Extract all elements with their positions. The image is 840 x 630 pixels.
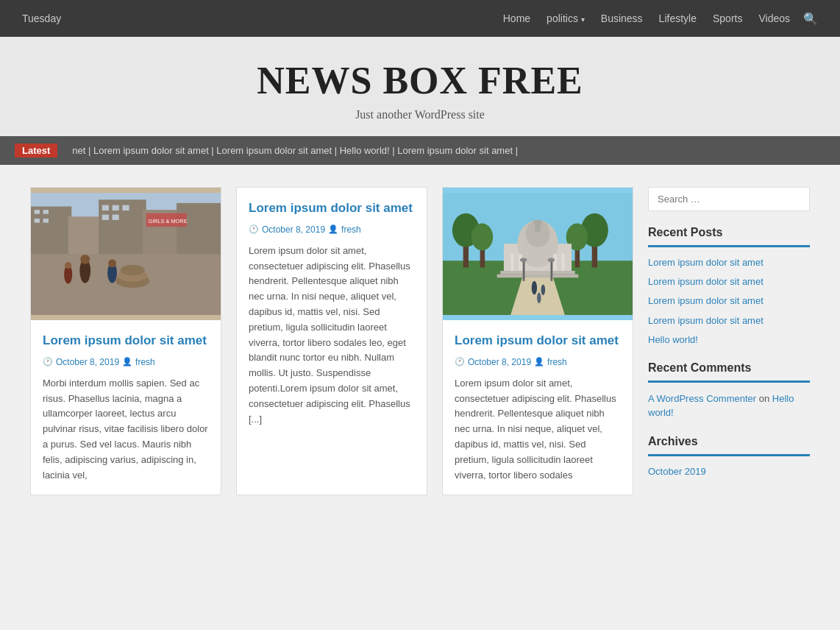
svg-rect-56 [551,261,553,281]
article-title-2[interactable]: Lorem ipsum dolor sit amet [249,199,415,217]
top-nav: Tuesday Home politics ▾ Business Lifesty… [0,0,840,37]
recent-post-3[interactable]: Lorem ipsum dolor sit amet [648,294,810,308]
svg-rect-45 [510,254,514,271]
svg-rect-49 [500,271,574,275]
svg-rect-47 [553,254,557,271]
svg-rect-4 [68,216,102,254]
archives-section: Archives October 2019 [648,435,810,478]
commenter-on: on [759,393,772,404]
article-author-3: fresh [547,357,567,367]
recent-posts-section: Recent Posts Lorem ipsum dolor sit amet … [648,226,810,347]
svg-rect-15 [102,215,109,220]
article-excerpt-2: Lorem ipsum dolor sit amet, consectetuer… [249,244,415,428]
recent-comments-section: Recent Comments A WordPress Commenter on… [648,361,810,420]
article-card-1-body: Lorem ipsum dolor sit amet 🕐 October 8, … [31,320,221,495]
svg-rect-54 [523,261,525,281]
article-title-1[interactable]: Lorem ipsum dolor sit amet [43,332,209,350]
recent-post-4[interactable]: Lorem ipsum dolor sit amet [648,314,810,328]
ticker-bar: Latest net | Lorem ipsum dolor sit amet … [0,136,840,165]
svg-rect-13 [113,205,119,210]
article-card-2-body: Lorem ipsum dolor sit amet 🕐 October 8, … [237,188,427,439]
article-image-3 [443,188,633,320]
svg-point-55 [520,258,527,263]
nav-videos[interactable]: Videos [752,10,796,27]
svg-point-51 [532,281,537,294]
article-excerpt-3: Lorem ipsum dolor sit amet, consectetuer… [455,376,621,484]
article-card-3: Lorem ipsum dolor sit amet 🕐 October 8, … [442,187,633,495]
politics-dropdown-arrow: ▾ [581,15,585,24]
recent-post-2[interactable]: Lorem ipsum dolor sit amet [648,275,810,289]
clock-icon-2: 🕐 [249,224,259,234]
ticker-content: net | Lorem ipsum dolor sit amet | Lorem… [72,145,518,156]
nav-sports[interactable]: Sports [707,10,748,27]
svg-rect-46 [519,254,522,271]
svg-rect-10 [35,219,40,223]
commenter-name[interactable]: A WordPress Commenter [648,393,756,404]
svg-rect-7 [177,203,221,254]
user-icon-2: 👤 [328,224,338,234]
comment-1: A WordPress Commenter on Hello world! [648,392,810,420]
nav-home[interactable]: Home [497,10,536,27]
article-author-2: fresh [341,224,361,235]
ticker-label: Latest [15,144,57,158]
clock-icon-1: 🕐 [43,357,53,367]
svg-text:GIRLS & MORE: GIRLS & MORE [148,218,187,224]
nav-politics[interactable]: politics ▾ [541,10,591,27]
article-meta-2: 🕐 October 8, 2019 👤 fresh [249,224,415,235]
search-icon[interactable]: 🔍 [803,12,818,26]
article-date-3: October 8, 2019 [468,357,531,367]
article-date-1: October 8, 2019 [56,357,119,367]
recent-posts-title: Recent Posts [648,226,810,247]
svg-rect-50 [497,275,579,278]
svg-rect-44 [533,220,541,224]
svg-rect-8 [35,210,40,214]
article-card-2: Lorem ipsum dolor sit amet 🕐 October 8, … [236,187,427,495]
svg-point-52 [541,284,546,295]
article-meta-3: 🕐 October 8, 2019 👤 fresh [455,357,621,367]
recent-post-1[interactable]: Lorem ipsum dolor sit amet [648,256,810,269]
clock-icon-3: 🕐 [455,357,465,367]
site-title: NEWS BOX FREE [15,59,825,102]
svg-rect-11 [43,219,49,223]
nav-business[interactable]: Business [595,10,649,27]
article-meta-1: 🕐 October 8, 2019 👤 fresh [43,357,209,367]
svg-point-57 [548,258,555,263]
user-icon-3: 👤 [534,357,544,367]
svg-rect-16 [113,215,119,220]
archive-oct-2019[interactable]: October 2019 [648,465,810,478]
sidebar: Recent Posts Lorem ipsum dolor sit amet … [648,187,810,495]
nav-links: Home politics ▾ Business Lifestyle Sport… [497,12,796,25]
nav-lifestyle[interactable]: Lifestyle [653,10,702,27]
site-tagline: Just another WordPress site [15,108,825,121]
svg-point-53 [537,293,541,304]
recent-comments-title: Recent Comments [648,361,810,383]
search-input[interactable] [648,187,810,211]
articles-area: GIRLS & MORE Lorem ipsum dolor sit amet … [30,187,633,495]
article-date-2: October 8, 2019 [262,224,325,235]
main-container: GIRLS & MORE Lorem ipsum dolor sit amet … [15,187,825,495]
article-excerpt-1: Morbi interdum mollis sapien. Sed ac ris… [43,376,209,484]
svg-point-20 [108,259,116,267]
svg-point-22 [65,262,71,269]
svg-rect-9 [43,210,49,214]
svg-rect-48 [561,254,565,271]
article-image-1: GIRLS & MORE [31,188,221,320]
svg-point-34 [471,224,493,251]
article-title-3[interactable]: Lorem ipsum dolor sit amet [455,332,621,350]
svg-point-25 [121,265,145,276]
svg-point-18 [80,255,90,264]
svg-rect-14 [122,205,129,210]
article-card-3-body: Lorem ipsum dolor sit amet 🕐 October 8, … [443,320,633,495]
user-icon-1: 👤 [122,357,132,367]
day-label: Tuesday [22,13,61,24]
archives-title: Archives [648,435,810,456]
svg-rect-12 [102,205,109,210]
site-header: NEWS BOX FREE Just another WordPress sit… [0,37,840,136]
recent-post-5[interactable]: Hello world! [648,333,810,347]
article-author-1: fresh [135,357,155,367]
article-card-1: GIRLS & MORE Lorem ipsum dolor sit amet … [30,187,221,495]
